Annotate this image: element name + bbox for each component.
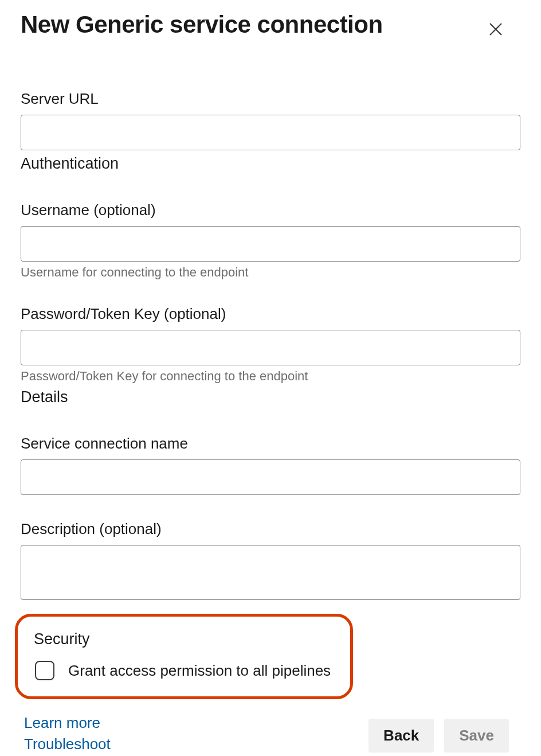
save-button[interactable]: Save — [444, 719, 509, 753]
page-title: New Generic service connection — [21, 11, 383, 38]
description-input[interactable] — [21, 545, 520, 600]
troubleshoot-link[interactable]: Troubleshoot — [24, 735, 111, 753]
security-heading: Security — [34, 630, 334, 648]
description-label: Description (optional) — [21, 520, 520, 538]
username-group: Username (optional) Username for connect… — [21, 201, 520, 280]
password-help: Password/Token Key for connecting to the… — [21, 369, 520, 384]
learn-more-link[interactable]: Learn more — [24, 714, 111, 732]
password-label: Password/Token Key (optional) — [21, 305, 520, 323]
authentication-heading: Authentication — [21, 155, 520, 173]
username-label: Username (optional) — [21, 201, 520, 219]
server-url-group: Server URL — [21, 90, 520, 150]
password-group: Password/Token Key (optional) Password/T… — [21, 305, 520, 384]
server-url-input[interactable] — [21, 115, 520, 150]
grant-access-checkbox[interactable] — [35, 661, 54, 680]
service-name-label: Service connection name — [21, 435, 520, 453]
service-name-input[interactable] — [21, 459, 520, 495]
grant-access-row: Grant access permission to all pipelines — [35, 661, 334, 680]
grant-access-label: Grant access permission to all pipelines — [68, 662, 331, 680]
close-icon — [487, 31, 504, 40]
username-input[interactable] — [21, 226, 520, 262]
close-button[interactable] — [483, 16, 509, 44]
description-group: Description (optional) — [21, 520, 520, 602]
back-button[interactable]: Back — [368, 719, 434, 753]
service-name-group: Service connection name — [21, 435, 520, 495]
server-url-label: Server URL — [21, 90, 520, 108]
footer-links: Learn more Troubleshoot — [24, 714, 111, 753]
username-help: Username for connecting to the endpoint — [21, 265, 520, 280]
footer-buttons: Back Save — [368, 719, 509, 753]
details-heading: Details — [21, 388, 520, 406]
dialog-header: New Generic service connection — [21, 11, 520, 44]
dialog-footer: Learn more Troubleshoot Back Save — [21, 714, 520, 753]
password-input[interactable] — [21, 330, 520, 365]
security-section: Security Grant access permission to all … — [15, 614, 353, 699]
